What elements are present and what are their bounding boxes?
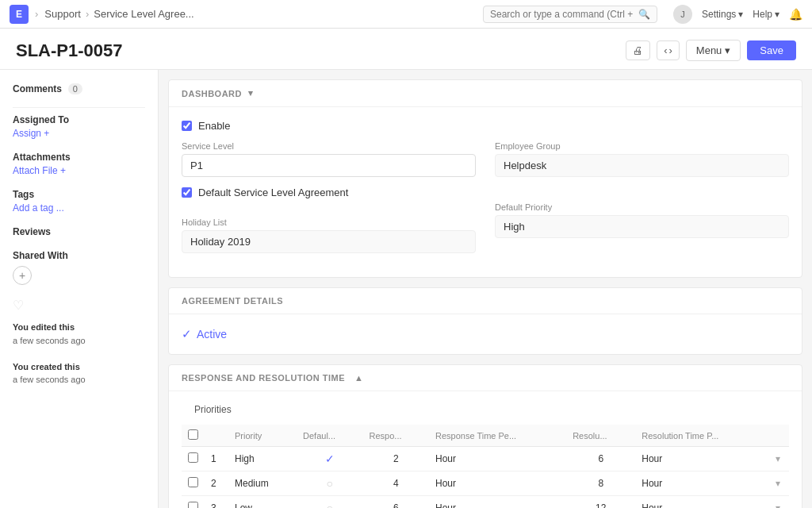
row-response-period: Hour xyxy=(429,447,566,471)
menu-label: Menu xyxy=(696,44,722,56)
search-bar[interactable]: 🔍 xyxy=(483,6,657,23)
nav-prev-button[interactable]: ‹ › xyxy=(657,40,680,60)
active-checkmark-icon: ✓ xyxy=(182,327,192,341)
help-button[interactable]: Help ▾ xyxy=(753,9,779,20)
default-empty-icon: ○ xyxy=(327,502,333,508)
topnav: E › Support › Service Level Agree... 🔍 J… xyxy=(0,0,812,29)
enable-row: Enable xyxy=(182,120,789,132)
row-checkbox[interactable] xyxy=(188,452,198,463)
back-icon: ‹ xyxy=(664,44,667,56)
breadcrumb-support[interactable]: Support xyxy=(44,8,81,20)
shared-with-label: Shared With xyxy=(13,250,145,261)
col-header-default: Defaul... xyxy=(297,425,363,447)
topnav-right: J Settings ▾ Help ▾ 🔔 xyxy=(673,5,802,24)
activity-item-2: You created this a few seconds ago xyxy=(13,360,145,387)
response-resolution-chevron-icon[interactable]: ▲ xyxy=(354,373,363,383)
col-header-response-time-period: Response Time Pe... xyxy=(429,425,566,447)
service-level-label: Service Level xyxy=(182,141,476,151)
comments-count: 0 xyxy=(68,83,82,94)
table-row: 1 High ✓ 2 Hour 6 Hour ▾ xyxy=(182,447,789,471)
breadcrumb: Support › Service Level Agree... xyxy=(44,8,193,20)
avatar[interactable]: J xyxy=(673,5,692,24)
attach-file-button[interactable]: Attach File + xyxy=(13,165,145,176)
agreement-details-header: AGREEMENT DETAILS xyxy=(169,288,802,314)
settings-button[interactable]: Settings ▾ xyxy=(702,9,743,20)
default-sla-checkbox[interactable] xyxy=(182,187,192,198)
response-resolution-label: RESPONSE AND RESOLUTION TIME xyxy=(182,373,345,383)
row-dropdown-icon[interactable]: ▾ xyxy=(776,478,780,489)
employee-group-group: Employee Group Helpdesk xyxy=(495,141,789,193)
table-row: 2 Medium ○ 4 Hour 8 Hour ▾ xyxy=(182,471,789,496)
row-resolution-period: Hour xyxy=(635,471,767,496)
response-resolution-body: Priorities Priority Defaul... Respo... R… xyxy=(169,391,802,508)
search-input[interactable] xyxy=(490,9,634,20)
dashboard-chevron-icon[interactable]: ▾ xyxy=(248,88,254,98)
menu-button[interactable]: Menu ▾ xyxy=(686,40,741,61)
enable-checkbox[interactable] xyxy=(182,121,192,131)
row-resolution: 8 xyxy=(566,471,635,496)
add-tag-button[interactable]: Add a tag ... xyxy=(13,202,145,214)
col-header-response: Respo... xyxy=(363,425,430,447)
default-sla-row: Default Service Level Agreement xyxy=(182,187,476,198)
default-priority-group: Default Priority High xyxy=(495,202,789,254)
tags-label: Tags xyxy=(13,189,145,200)
print-button[interactable]: 🖨 xyxy=(626,40,650,60)
row-num: 2 xyxy=(205,471,228,496)
active-row: ✓ Active xyxy=(182,327,789,341)
enable-label: Enable xyxy=(198,120,230,132)
activity-you-2: You created this xyxy=(13,362,80,371)
priorities-table-body: 1 High ✓ 2 Hour 6 Hour ▾ 2 Medium ○ 4 Ho… xyxy=(182,447,789,509)
row-priority: Low xyxy=(228,496,297,509)
main-layout: Comments 0 Assigned To Assign + Attachme… xyxy=(0,70,812,508)
dashboard-body: Enable Service Level Default Service Lev… xyxy=(169,107,802,277)
priorities-table: Priority Defaul... Respo... Response Tim… xyxy=(182,425,789,508)
notifications-icon[interactable]: 🔔 xyxy=(789,8,802,21)
row-checkbox[interactable] xyxy=(188,502,198,508)
row-checkbox-cell xyxy=(182,496,205,509)
row-actions[interactable]: ▾ xyxy=(767,496,789,509)
row-actions[interactable]: ▾ xyxy=(767,471,789,496)
select-all-checkbox[interactable] xyxy=(188,429,198,440)
col-header-num xyxy=(205,425,228,447)
row-actions[interactable]: ▾ xyxy=(767,447,789,471)
employee-group-value: Helpdesk xyxy=(495,154,789,177)
default-priority-label: Default Priority xyxy=(495,202,789,212)
dashboard-card: DASHBOARD ▾ Enable Service Level xyxy=(168,79,802,278)
row-checkbox[interactable] xyxy=(188,477,198,487)
sidebar-reviews: Reviews xyxy=(13,226,145,237)
app-logo: E xyxy=(10,5,29,24)
row-dropdown-icon[interactable]: ▾ xyxy=(776,453,780,464)
table-header-row: Priority Defaul... Respo... Response Tim… xyxy=(182,425,789,447)
row-response-period: Hour xyxy=(429,471,566,496)
response-resolution-header: RESPONSE AND RESOLUTION TIME ▲ xyxy=(169,365,802,391)
holiday-list-label: Holiday List xyxy=(182,217,476,227)
sidebar-comments: Comments 0 xyxy=(13,83,145,94)
save-button[interactable]: Save xyxy=(747,40,796,60)
sidebar-tags: Tags Add a tag ... xyxy=(13,189,145,214)
response-resolution-card: RESPONSE AND RESOLUTION TIME ▲ Prioritie… xyxy=(168,364,802,508)
row-resolution-period: Hour xyxy=(635,447,767,471)
activity-you-1: You edited this xyxy=(13,322,75,332)
row-num: 1 xyxy=(205,447,228,471)
sidebar-activity: You edited this a few seconds ago You cr… xyxy=(13,321,145,387)
assign-button[interactable]: Assign + xyxy=(13,128,145,139)
search-icon: 🔍 xyxy=(638,9,650,20)
add-shared-button[interactable]: + xyxy=(13,266,32,285)
col-header-resolution-time-period: Resolution Time P... xyxy=(635,425,767,447)
col-header-actions xyxy=(767,425,789,447)
col-header-checkbox xyxy=(182,425,205,447)
row-checkbox-cell xyxy=(182,471,205,496)
row-response: 2 xyxy=(363,447,430,471)
row-default: ○ xyxy=(297,471,363,496)
service-level-group: Service Level xyxy=(182,141,476,177)
service-level-input[interactable] xyxy=(182,154,476,177)
breadcrumb-sla[interactable]: Service Level Agree... xyxy=(94,8,193,20)
row-default: ○ xyxy=(297,496,363,509)
activity-time-2: a few seconds ago xyxy=(13,375,86,384)
row-dropdown-icon[interactable]: ▾ xyxy=(776,502,780,508)
attachments-label: Attachments xyxy=(13,152,145,163)
active-label: Active xyxy=(197,328,227,341)
like-icon[interactable]: ♡ xyxy=(13,298,145,313)
row-priority: Medium xyxy=(228,471,297,496)
page-title: SLA-P1-0057 xyxy=(16,40,123,61)
